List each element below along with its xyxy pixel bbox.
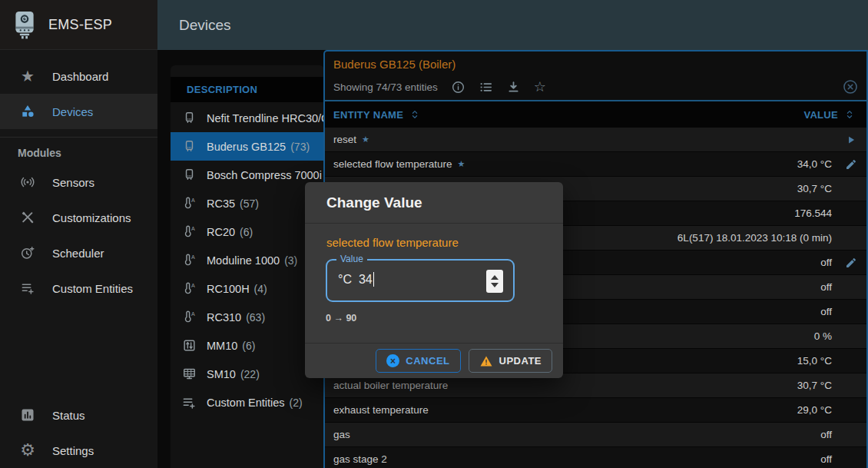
sidebar-item-custom-entities[interactable]: Custom Entities xyxy=(0,271,157,306)
device-list-header: DESCRIPTION xyxy=(171,77,324,102)
entity-value: off xyxy=(820,281,832,293)
boiler-icon xyxy=(181,139,197,154)
sidebar-item-settings[interactable]: ⚙ Settings xyxy=(0,433,157,468)
entity-row[interactable]: reset★ xyxy=(325,128,866,152)
update-button-label: UPDATE xyxy=(499,355,542,367)
entity-value: 34,0 °C xyxy=(797,158,832,170)
sidebar-divider xyxy=(0,137,157,138)
entity-value: off xyxy=(820,306,832,317)
device-item-rc310[interactable]: A RC310 (63) xyxy=(171,303,324,331)
device-list-panel: DESCRIPTION Nefit Trendline HRC30/C Bude… xyxy=(171,65,324,468)
sidebar-item-dashboard[interactable]: ★ Dashboard xyxy=(0,58,157,94)
device-item-mm10[interactable]: MM10 (6) xyxy=(171,331,324,360)
value-range-hint: 0 → 90 xyxy=(326,313,356,324)
unit-label: °C xyxy=(338,273,352,287)
boiler-icon xyxy=(181,111,197,125)
entity-name: gas xyxy=(333,429,350,440)
change-value-dialog: Change Value selected flow temperature V… xyxy=(305,182,563,378)
list-plus-icon xyxy=(18,280,38,296)
sort-icon[interactable] xyxy=(843,108,856,121)
column-entity-name[interactable]: ENTITY NAME xyxy=(333,109,403,121)
antenna-icon xyxy=(18,174,38,190)
svg-text:A: A xyxy=(190,226,194,232)
entity-row: exhaust temperature 29,0 °C xyxy=(325,398,866,423)
edit-pencil-icon[interactable] xyxy=(843,158,859,171)
thermostat-icon: A xyxy=(181,253,197,267)
device-item-nefit-trendline-hrc30-c[interactable]: Nefit Trendline HRC30/C xyxy=(171,104,324,132)
boiler-icon xyxy=(181,168,197,182)
sidebar-item-sensors[interactable]: Sensors xyxy=(0,164,157,200)
number-stepper[interactable] xyxy=(486,270,503,293)
value-field-label: Value xyxy=(336,254,367,264)
cancel-button-label: CANCEL xyxy=(406,355,449,367)
app-root: Devices EMS-ESP ★ Dashboard Devices xyxy=(0,0,868,468)
device-rows: Nefit Trendline HRC30/C Buderus GB125 (7… xyxy=(171,104,324,417)
sidebar-nav-modules: Sensors Customizations Scheduler Custom … xyxy=(0,164,157,306)
tools-icon xyxy=(18,210,38,225)
text-caret xyxy=(373,272,375,287)
device-item-sm10[interactable]: SM10 (22) xyxy=(171,360,324,388)
update-button[interactable]: UPDATE xyxy=(469,349,552,373)
execute-play-icon[interactable] xyxy=(843,134,859,145)
entity-row[interactable]: selected flow temperature★ 34,0 °C xyxy=(325,152,866,177)
device-item-custom-entities[interactable]: Custom Entities (2) xyxy=(171,388,324,417)
table-column-header: ENTITY NAME VALUE xyxy=(325,101,866,128)
cancel-button[interactable]: × CANCEL xyxy=(376,349,460,373)
boiler-logo-icon xyxy=(13,10,36,39)
warning-triangle-icon xyxy=(479,354,493,368)
entity-row: gas off xyxy=(325,423,866,447)
entity-name: actual boiler temperature xyxy=(333,380,448,391)
entity-value: 30,7 °C xyxy=(797,380,832,391)
sidebar-item-customizations[interactable]: Customizations xyxy=(0,200,157,235)
device-item-rc20[interactable]: A RC20 (6) xyxy=(171,217,324,246)
entity-value: 15,0 °C xyxy=(797,355,832,367)
entity-value: 29,0 °C xyxy=(797,404,832,416)
list-view-icon[interactable] xyxy=(479,80,493,95)
brand-title: EMS-ESP xyxy=(48,17,112,33)
list-plus-icon xyxy=(181,395,197,410)
favorite-star-icon: ★ xyxy=(362,134,369,144)
entity-row: gas stage 2 off xyxy=(325,447,866,468)
thermostat-icon: A xyxy=(181,196,197,211)
entity-value: 30,7 °C xyxy=(797,183,832,194)
device-item-rc35[interactable]: A RC35 (57) xyxy=(171,189,324,217)
entity-value: off xyxy=(820,453,832,465)
sort-icon[interactable] xyxy=(409,108,421,121)
dialog-title: Change Value xyxy=(305,182,563,224)
sidebar-header: EMS-ESP xyxy=(0,0,157,50)
column-value[interactable]: VALUE xyxy=(803,109,838,121)
value-input[interactable]: Value °C 34 xyxy=(326,259,515,302)
showing-entities-label: Showing 74/73 entities xyxy=(333,81,438,93)
entity-value: 0 % xyxy=(814,330,832,342)
appbar: Devices xyxy=(157,0,868,50)
info-icon[interactable] xyxy=(451,80,465,95)
modules-section-label: Modules xyxy=(18,147,61,159)
device-item-bosch-compress-7000i[interactable]: Bosch Compress 7000i xyxy=(171,161,324,189)
stepper-down-icon[interactable] xyxy=(491,283,499,287)
entity-value: off xyxy=(820,429,832,440)
download-icon[interactable] xyxy=(506,80,521,95)
entity-value: 6L(517) 18.01.2023 10:18 (0 min) xyxy=(678,232,832,244)
device-item-buderus-gb125[interactable]: Buderus GB125 (73) xyxy=(171,132,324,161)
dialog-entity-label: selected flow temperature xyxy=(326,236,459,249)
device-item-moduline-1000[interactable]: A Moduline 1000 (3) xyxy=(171,246,324,274)
entity-value: off xyxy=(820,257,832,268)
entity-value: 176.544 xyxy=(794,207,832,219)
sidebar-nav-footer: Status ⚙ Settings xyxy=(0,397,157,468)
stepper-up-icon[interactable] xyxy=(491,275,499,280)
sidebar-item-scheduler[interactable]: Scheduler xyxy=(0,235,157,271)
value-input-text: °C 34 xyxy=(338,272,374,287)
favorites-star-icon[interactable]: ☆ xyxy=(534,80,546,94)
entity-toolbar: Showing 74/73 entities ☆ xyxy=(333,77,546,97)
svg-text:A: A xyxy=(190,311,194,317)
entity-panel-title: Buderus GB125 (Boiler) xyxy=(333,58,456,71)
clock-plus-icon xyxy=(18,245,38,261)
device-item-rc100h[interactable]: A RC100H (4) xyxy=(171,274,324,303)
dialog-footer: × CANCEL UPDATE xyxy=(305,343,563,378)
favorite-star-icon: ★ xyxy=(458,159,465,169)
close-icon[interactable] xyxy=(842,78,859,95)
sidebar-item-devices[interactable]: Devices xyxy=(0,94,157,129)
sidebar-item-status[interactable]: Status xyxy=(0,397,157,433)
sidebar: EMS-ESP ★ Dashboard Devices Modules Sens… xyxy=(0,0,157,468)
edit-pencil-icon[interactable] xyxy=(843,257,859,269)
